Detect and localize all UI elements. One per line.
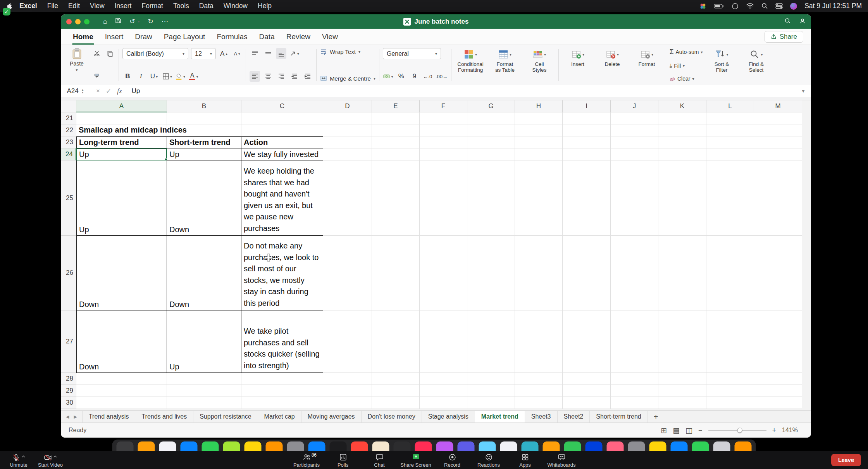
ribbon-tab-view[interactable]: View bbox=[316, 29, 344, 45]
cell-l22[interactable] bbox=[706, 124, 754, 136]
cell-e22[interactable] bbox=[372, 124, 420, 136]
grid-canvas[interactable]: ABCDEFGHIJKLM21222324252627282930Smallca… bbox=[61, 100, 802, 409]
dock-icon-20[interactable] bbox=[522, 441, 539, 451]
normal-view-icon[interactable]: ⊞ bbox=[661, 426, 667, 435]
cell-m29[interactable] bbox=[754, 385, 802, 397]
sheet-tab-sheet2[interactable]: Sheet2 bbox=[558, 411, 590, 422]
menu-item-edit[interactable]: Edit bbox=[63, 2, 85, 10]
sheet-tab-sheet3[interactable]: Sheet3 bbox=[525, 411, 558, 422]
cell-j27[interactable] bbox=[611, 310, 658, 373]
cell-i28[interactable] bbox=[563, 373, 611, 385]
dock-icon-8[interactable] bbox=[266, 441, 283, 451]
dock-icon-9[interactable] bbox=[287, 441, 304, 451]
comma-format-button[interactable]: 9 bbox=[409, 71, 420, 82]
dock-icon-3[interactable] bbox=[159, 441, 176, 451]
cell-j21[interactable] bbox=[611, 112, 658, 124]
sheet-tab-support-resistance[interactable]: Support resistance bbox=[193, 411, 258, 422]
zoom-window-button[interactable] bbox=[84, 19, 90, 24]
underline-button[interactable]: U▾ bbox=[149, 71, 159, 82]
dock-icon-6[interactable] bbox=[223, 441, 240, 451]
cell-b28[interactable] bbox=[167, 373, 241, 385]
cell-d27[interactable] bbox=[323, 310, 372, 373]
dock-icon-25[interactable] bbox=[628, 441, 645, 451]
sheet-tab-trends-and-lives[interactable]: Trends and lives bbox=[135, 411, 193, 422]
dock-icon-17[interactable] bbox=[458, 441, 475, 451]
menu-item-file[interactable]: File bbox=[42, 2, 63, 10]
ribbon-tab-formulas[interactable]: Formulas bbox=[211, 29, 253, 45]
cell-f25[interactable] bbox=[420, 160, 467, 236]
grid-select-all-corner[interactable] bbox=[61, 100, 76, 112]
cell-f30[interactable] bbox=[420, 397, 467, 409]
row-header-26[interactable]: 26 bbox=[61, 236, 76, 310]
delete-cells-button[interactable]: ▾ Delete bbox=[597, 48, 628, 82]
cell-j26[interactable] bbox=[611, 236, 658, 310]
undo-icon[interactable]: ↺ bbox=[129, 17, 135, 26]
dock-icon-5[interactable] bbox=[202, 441, 219, 451]
cell-d24[interactable] bbox=[323, 148, 372, 160]
paste-button[interactable]: Paste ▾ bbox=[65, 48, 88, 82]
dock-icon-21[interactable] bbox=[543, 441, 560, 451]
cell-h23[interactable] bbox=[515, 136, 563, 148]
italic-button[interactable]: I bbox=[136, 71, 146, 82]
sheet-tab-trend-analysis[interactable]: Trend analysis bbox=[83, 411, 135, 422]
dock-icon-24[interactable] bbox=[607, 441, 624, 451]
column-header-f[interactable]: F bbox=[420, 100, 467, 112]
cell-k27[interactable] bbox=[658, 310, 706, 373]
minimize-window-button[interactable] bbox=[75, 19, 81, 24]
cell-f27[interactable] bbox=[420, 310, 467, 373]
cell-a22[interactable]: Smallcap and midcap indices bbox=[76, 124, 167, 136]
ribbon-tab-insert[interactable]: Insert bbox=[99, 29, 129, 45]
cell-g25[interactable] bbox=[467, 160, 515, 236]
control-center-icon[interactable] bbox=[775, 3, 783, 9]
clear-button[interactable]: Clear▾ bbox=[670, 76, 703, 82]
cell-g23[interactable] bbox=[467, 136, 515, 148]
copy-button[interactable] bbox=[105, 48, 115, 59]
cell-f28[interactable] bbox=[420, 373, 467, 385]
cell-f26[interactable] bbox=[420, 236, 467, 310]
cell-h26[interactable] bbox=[515, 236, 563, 310]
column-header-k[interactable]: K bbox=[658, 100, 706, 112]
dock-icon-22[interactable] bbox=[564, 441, 581, 451]
cell-g24[interactable] bbox=[467, 148, 515, 160]
dock-icon-2[interactable] bbox=[138, 441, 155, 451]
cell-k22[interactable] bbox=[658, 124, 706, 136]
battery-icon[interactable] bbox=[714, 3, 724, 10]
zoom-button-share-screen[interactable]: Share Screen bbox=[400, 452, 432, 468]
cell-c24[interactable]: We stay fully invested bbox=[241, 148, 323, 160]
cell-k30[interactable] bbox=[658, 397, 706, 409]
cell-k29[interactable] bbox=[658, 385, 706, 397]
cell-f22[interactable] bbox=[420, 124, 467, 136]
formula-bar-expand-icon[interactable]: ▼ bbox=[801, 88, 811, 94]
dock-icon-16[interactable] bbox=[436, 441, 453, 451]
cell-d25[interactable] bbox=[323, 160, 372, 236]
cell-d23[interactable] bbox=[323, 136, 372, 148]
page-layout-view-icon[interactable]: ▤ bbox=[673, 426, 680, 435]
dock-icon-15[interactable] bbox=[415, 441, 432, 451]
find-select-button[interactable]: ▾ Find &Select bbox=[741, 48, 772, 82]
cell-h29[interactable] bbox=[515, 385, 563, 397]
formula-bar-value[interactable]: Up bbox=[127, 87, 140, 95]
dock-icon-14[interactable] bbox=[394, 441, 411, 451]
cell-e30[interactable] bbox=[372, 397, 420, 409]
column-header-j[interactable]: J bbox=[611, 100, 658, 112]
fill-button[interactable]: ⤓Fill▾ bbox=[670, 62, 703, 69]
cell-k25[interactable] bbox=[658, 160, 706, 236]
cell-l27[interactable] bbox=[706, 310, 754, 373]
cell-j29[interactable] bbox=[611, 385, 658, 397]
menu-item-window[interactable]: Window bbox=[219, 2, 253, 10]
cell-j25[interactable] bbox=[611, 160, 658, 236]
cell-e24[interactable] bbox=[372, 148, 420, 160]
row-header-21[interactable]: 21 bbox=[61, 112, 76, 124]
zoom-button-polls[interactable]: Polls bbox=[327, 452, 359, 468]
cell-i22[interactable] bbox=[563, 124, 611, 136]
merge-centre-button[interactable]: Merge & Centre▾ bbox=[320, 75, 375, 82]
menu-item-format[interactable]: Format bbox=[137, 2, 168, 10]
cell-l23[interactable] bbox=[706, 136, 754, 148]
cell-m26[interactable] bbox=[754, 236, 802, 310]
ribbon-tab-page-layout[interactable]: Page Layout bbox=[158, 29, 211, 45]
zoom-button-record[interactable]: Record bbox=[436, 452, 468, 468]
currency-format-button[interactable]: ▾ bbox=[383, 71, 393, 82]
cut-button[interactable] bbox=[91, 48, 102, 59]
cell-k21[interactable] bbox=[658, 112, 706, 124]
cell-b26[interactable]: Down bbox=[167, 236, 241, 310]
